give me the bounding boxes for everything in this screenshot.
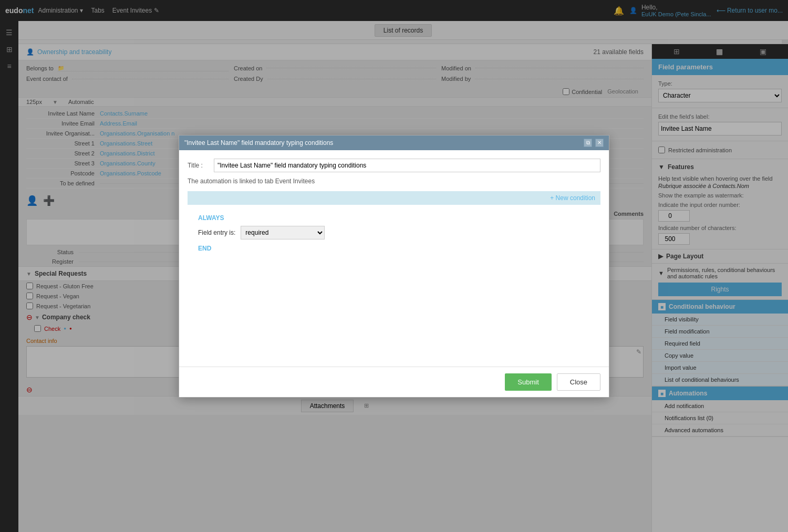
modal-close-button[interactable]: ✕ xyxy=(595,139,604,147)
submit-button[interactable]: Submit xyxy=(505,373,551,391)
new-condition-button[interactable]: + New condition xyxy=(550,194,595,202)
end-label: END xyxy=(198,245,590,252)
modal-title-text: "Invitee Last Name" field mandatory typi… xyxy=(184,139,333,147)
field-entry-select[interactable]: required optional read-only xyxy=(241,226,325,239)
field-entry-label: Field entry is: xyxy=(198,229,235,236)
modal-title-row: Title : xyxy=(188,159,600,172)
modal-info-text: The automation is linked to tab Event In… xyxy=(188,178,600,185)
modal-overlay: "Invitee Last Name" field mandatory typi… xyxy=(0,0,788,532)
modal-titlebar: "Invitee Last Name" field mandatory typi… xyxy=(179,135,609,150)
modal-controls: ⧉ ✕ xyxy=(584,139,604,147)
modal-restore-button[interactable]: ⧉ xyxy=(584,139,592,147)
always-block: ALWAYS Field entry is: required optional… xyxy=(188,209,600,257)
close-button[interactable]: Close xyxy=(557,373,600,391)
modal-footer: Submit Close xyxy=(179,367,609,397)
modal-dialog: "Invitee Last Name" field mandatory typi… xyxy=(179,135,609,398)
modal-conditions-bar: + New condition xyxy=(188,191,600,205)
field-entry-row: Field entry is: required optional read-o… xyxy=(198,226,590,239)
modal-title-input[interactable] xyxy=(214,159,600,172)
modal-body: Title : The automation is linked to tab … xyxy=(179,150,609,367)
always-label: ALWAYS xyxy=(198,214,590,222)
